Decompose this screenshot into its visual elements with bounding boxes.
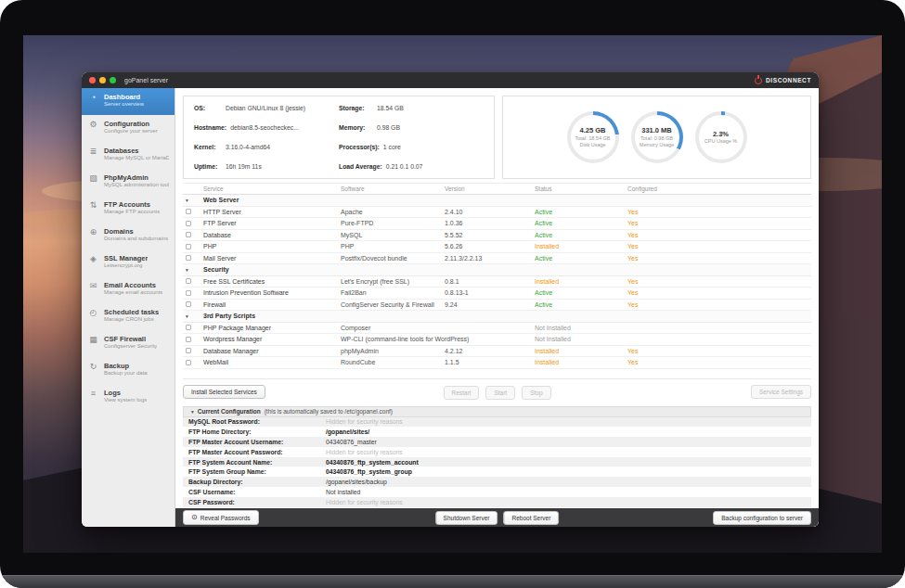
service-control-buttons: Restart Start Stop <box>443 386 550 400</box>
backup-configuration-button[interactable]: Backup configuration to server <box>713 511 811 525</box>
start-button[interactable]: Start <box>485 386 515 400</box>
config-value: 04340876_ftp_system_account <box>326 459 419 466</box>
service-group-label: 3rd Party Scripts <box>203 313 811 319</box>
service-version: 0.8.13-1 <box>445 289 535 296</box>
service-status: Active <box>535 301 627 308</box>
service-group-row[interactable]: ▾ 3rd Party Scripts <box>183 311 811 323</box>
service-checkbox[interactable] <box>186 348 191 353</box>
service-status: Active <box>535 232 627 238</box>
current-configuration-header[interactable]: ▾ Current Configuration (this is automat… <box>183 406 811 417</box>
reboot-server-button[interactable]: Reboot Server <box>503 511 559 525</box>
mail-icon: ✉ <box>87 281 99 291</box>
service-checkbox[interactable] <box>186 301 191 307</box>
service-status: Not Installed <box>535 325 627 331</box>
service-row[interactable]: Mail Server Postfix/Dovecot bundle 2.11.… <box>183 253 811 265</box>
minimize-window-button[interactable] <box>99 77 106 83</box>
disk-usage-gauge: 4.25 GB Total: 18.54 GB Disk Usage <box>567 111 619 163</box>
config-header-note: (this is automatically saved to /etc/gop… <box>265 408 393 415</box>
service-row[interactable]: PHP Package Manager Composer Not Install… <box>183 323 811 335</box>
service-row[interactable]: Database Manager phpMyAdmin 4.2.12 Insta… <box>183 346 811 358</box>
sidebar-item-subtitle: Configserver Security <box>104 343 157 351</box>
sidebar-item-subtitle: Server overview <box>104 101 144 109</box>
service-configured: Yes <box>627 232 811 238</box>
disconnect-label: DISCONNECT <box>766 77 811 83</box>
service-checkbox[interactable] <box>186 255 191 261</box>
disconnect-button[interactable]: DISCONNECT <box>755 77 811 84</box>
service-name: Wordpress Manager <box>203 336 341 342</box>
service-row[interactable]: Free SSL Certificates Let's Encrypt (fre… <box>183 276 811 288</box>
sidebar-item-csf-firewall[interactable]: ▦ CSF Firewall Configserver Security <box>82 330 175 357</box>
close-window-button[interactable] <box>89 77 96 83</box>
reveal-passwords-button[interactable]: ⊙ Reveal Passwords <box>183 510 259 525</box>
config-row: FTP Master Account Password: Hidden for … <box>183 447 811 457</box>
service-group-row[interactable]: ▾ Security <box>183 264 811 276</box>
sidebar-item-backup[interactable]: ↻ Backup Backup your data <box>82 357 175 384</box>
sidebar-item-ftp-accounts[interactable]: ⇅ FTP Accounts Manage FTP accounts <box>82 196 175 223</box>
service-checkbox[interactable] <box>186 337 191 342</box>
service-name: Free SSL Certificates <box>203 278 341 285</box>
gauge-inner: 4.25 GB Total: 18.54 GB Disk Usage <box>571 115 615 160</box>
service-software: Composer <box>341 325 445 331</box>
service-group-row[interactable]: ▾ Web Server <box>183 195 811 207</box>
config-value: /gopanel/sites/ <box>326 428 369 435</box>
info-value: 16h 19m 11s <box>226 163 262 170</box>
config-row: MySQL Root Password: Hidden for security… <box>183 417 811 428</box>
service-checkbox[interactable] <box>186 360 191 365</box>
service-checkbox[interactable] <box>186 290 191 296</box>
stop-button[interactable]: Stop <box>522 386 550 400</box>
info-value: 18.54 GB <box>377 105 404 111</box>
system-info-panel: OS: Debian GNU/Linux 8 (jessie) Hostname… <box>183 96 495 179</box>
service-checkbox[interactable] <box>186 244 191 249</box>
col-header-configured: Configured <box>627 185 811 192</box>
restart-button[interactable]: Restart <box>443 386 479 400</box>
service-version: 1.0.36 <box>445 220 535 226</box>
service-row[interactable]: Firewall ConfigServer Security & Firewal… <box>183 300 811 312</box>
shutdown-server-button[interactable]: Shutdown Server <box>435 511 498 525</box>
service-checkbox[interactable] <box>186 221 191 226</box>
service-row[interactable]: Database MySQL 5.5.52 Active Yes <box>183 230 811 242</box>
service-checkbox[interactable] <box>186 209 191 214</box>
sidebar-item-ssl-manager[interactable]: ◈ SSL Manager Letsencrypt.org <box>82 249 175 276</box>
sidebar-item-email-accounts[interactable]: ✉ Email Accounts Manage email accounts <box>82 276 175 303</box>
configuration-list: MySQL Root Password: Hidden for security… <box>183 417 811 507</box>
sidebar-item-title: Domains <box>104 227 168 236</box>
globe-icon: ⊕ <box>87 227 99 237</box>
service-row[interactable]: PHP PHP 5.6.26 Installed Yes <box>183 241 811 253</box>
config-label: CSF Password: <box>188 499 326 505</box>
sidebar-item-dashboard[interactable]: ◔ Dashboard Server overview <box>82 88 175 115</box>
gauge-label: CPU Usage % <box>705 138 737 145</box>
service-row[interactable]: WebMail RoundCube 1.1.5 Installed Yes <box>183 357 811 369</box>
service-status: Active <box>535 209 627 215</box>
service-checkbox[interactable] <box>186 325 191 330</box>
sidebar-item-databases[interactable]: ≣ Databases Manage MySQL or MariaDB <box>82 142 175 169</box>
sidebar-item-scheduled-tasks[interactable]: ◴ Scheduled tasks Manage CRON jobs <box>82 303 175 330</box>
config-row: CSF Password: Hidden for security reason… <box>183 497 811 507</box>
service-row[interactable]: Wordpress Manager WP-CLI (command-line t… <box>183 334 811 346</box>
service-name: Intrusion Prevention Software <box>203 289 341 296</box>
service-row[interactable]: Intrusion Prevention Software Fail2Ban 0… <box>183 288 811 300</box>
gauge-inner: 331.0 MB Total: 0.98 GB Memory Usage <box>635 115 679 160</box>
config-label: CSF Username: <box>188 489 326 495</box>
info-value: debian8.5-seocheckec... <box>230 124 299 131</box>
service-status: Installed <box>535 359 627 365</box>
install-selected-services-button[interactable]: Install Selected Services <box>183 385 265 399</box>
service-row[interactable]: HTTP Server Apache 2.4.10 Active Yes <box>183 207 811 219</box>
service-row[interactable]: FTP Server Pure-FTPD 1.0.36 Active Yes <box>183 218 811 230</box>
service-status: Active <box>535 255 627 262</box>
sidebar-item-logs[interactable]: ≡ Logs View system logs <box>82 384 175 411</box>
gauge-icon: ◔ <box>87 93 99 103</box>
sidebar-item-subtitle: View system logs <box>104 397 147 404</box>
sidebar-item-title: Configuration <box>104 120 158 128</box>
zoom-window-button[interactable] <box>110 77 116 83</box>
service-settings-button[interactable]: Service Settings <box>751 385 811 399</box>
gauge-value: 2.3% <box>713 130 729 138</box>
sidebar-item-configuration[interactable]: ⚙ Configuration Configure your server <box>82 115 175 142</box>
sidebar-item-phpmyadmin[interactable]: ▧ PhpMyAdmin MySQL administration tool <box>82 169 175 196</box>
config-value: Not installed <box>326 489 360 495</box>
service-checkbox[interactable] <box>186 278 191 284</box>
sidebar-item-domains[interactable]: ⊕ Domains Domains and subdomains <box>82 223 175 249</box>
service-version: 5.5.52 <box>445 232 535 238</box>
sidebar-item-subtitle: Manage FTP accounts <box>104 209 160 216</box>
service-checkbox[interactable] <box>186 232 191 237</box>
gopanel-window: goPanel server DISCONNECT ◔ Dashboard Se… <box>82 72 819 527</box>
